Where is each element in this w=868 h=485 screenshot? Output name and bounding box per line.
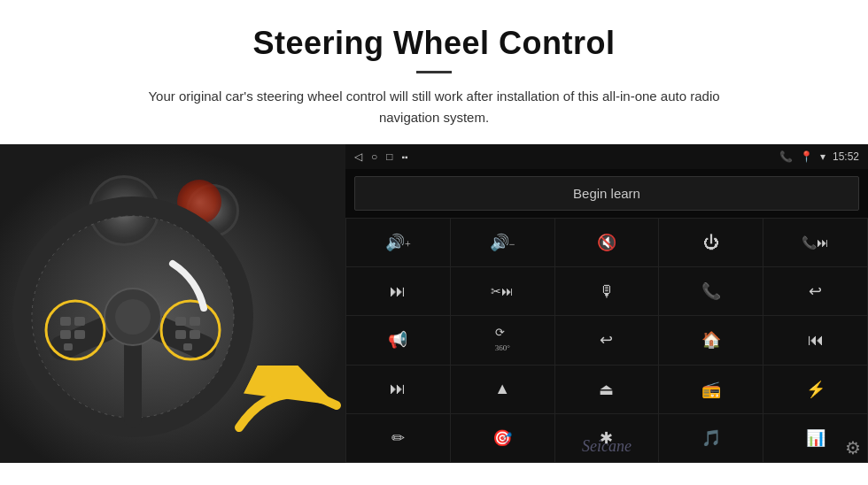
- 360-button[interactable]: ⟳360°: [451, 316, 554, 364]
- edit-button[interactable]: ✏: [346, 414, 450, 462]
- subtitle-text: Your original car's steering wheel contr…: [124, 86, 744, 128]
- power-button[interactable]: ⏻: [659, 219, 763, 266]
- prev-prev-button[interactable]: ⏮: [763, 316, 867, 364]
- next-track-button[interactable]: ⏭: [346, 267, 450, 315]
- mic-icon: 🎙: [599, 282, 615, 301]
- square-icon: □: [386, 150, 392, 164]
- status-bar-right: 📞 📍 ▾ 15:52: [779, 150, 859, 163]
- bluetooth-icon: ✱: [600, 428, 613, 448]
- svg-point-4: [115, 299, 151, 335]
- 360-icon: ⟳360°: [495, 326, 510, 354]
- gear-settings-button[interactable]: ⚙: [845, 437, 861, 458]
- svg-rect-9: [74, 330, 85, 339]
- battery-small-icon: ▪▪: [402, 152, 408, 162]
- vol-down-button[interactable]: 🔊−: [451, 219, 554, 266]
- phone-icon: 📞: [779, 150, 793, 163]
- vol-down-icon: 🔊−: [490, 233, 515, 252]
- edit-icon: ✏: [391, 428, 405, 448]
- skip-next-icon: ⏭: [390, 380, 406, 398]
- svg-rect-6: [60, 317, 71, 326]
- speaker-button[interactable]: 📢: [346, 316, 450, 364]
- svg-rect-13: [190, 317, 200, 326]
- eject-icon: ⏏: [599, 380, 614, 399]
- nav-button[interactable]: ▲: [451, 366, 554, 413]
- radio-icon: 📻: [701, 380, 721, 399]
- back-button[interactable]: ↩: [555, 316, 659, 364]
- svg-rect-12: [175, 317, 186, 326]
- svg-rect-15: [190, 330, 200, 339]
- title-divider: [416, 71, 452, 73]
- controls-grid: 🔊+ 🔊− 🔇 ⏻ 📞⏭ ⏭ ✂⏭: [345, 218, 868, 463]
- power-icon: ⏻: [703, 234, 719, 252]
- phone-skip-icon: 📞⏭: [802, 235, 829, 250]
- location-icon: 📍: [800, 150, 813, 163]
- next-track-icon: ⏭: [390, 282, 406, 301]
- svg-rect-10: [64, 343, 73, 350]
- wifi-icon: ▾: [820, 150, 825, 163]
- eq-icon: ⚡: [806, 380, 825, 399]
- fast-forward-icon: ✂⏭: [491, 284, 514, 299]
- car-image-area: [0, 144, 345, 463]
- target-button[interactable]: 🎯: [451, 414, 554, 462]
- phone-button[interactable]: 📞: [659, 267, 763, 315]
- mic-button[interactable]: 🎙: [555, 267, 659, 315]
- status-time: 15:52: [833, 150, 859, 163]
- vol-up-button[interactable]: 🔊+: [346, 219, 450, 266]
- page-wrapper: Steering Wheel Control Your original car…: [0, 0, 868, 463]
- music-button[interactable]: 🎵: [659, 414, 763, 462]
- head-unit-panel: ◁ ○ □ ▪▪ 📞 📍 ▾ 15:52 Begin learn: [345, 144, 868, 463]
- phone-skip-button[interactable]: 📞⏭: [763, 219, 867, 266]
- speaker-icon: 📢: [388, 330, 407, 350]
- begin-learn-area: Begin learn: [345, 169, 868, 218]
- svg-rect-14: [175, 330, 186, 339]
- arrow-indicator: [221, 366, 345, 445]
- status-bar: ◁ ○ □ ▪▪ 📞 📍 ▾ 15:52: [345, 144, 868, 169]
- eq-button[interactable]: ⚡: [763, 366, 867, 413]
- home-circle-icon: ○: [371, 150, 377, 164]
- hangup-icon: ↩: [809, 281, 822, 301]
- target-icon: 🎯: [492, 428, 512, 448]
- mute-button[interactable]: 🔇: [555, 219, 659, 266]
- radio-button[interactable]: 📻: [659, 366, 763, 413]
- back-icon: ↩: [600, 330, 613, 350]
- svg-rect-8: [60, 330, 71, 339]
- gear-icon: ⚙: [845, 438, 861, 458]
- equalizer-icon: 📊: [806, 428, 825, 448]
- fast-forward-button[interactable]: ✂⏭: [451, 267, 554, 315]
- eject-button[interactable]: ⏏: [555, 366, 659, 413]
- music-icon: 🎵: [701, 428, 721, 448]
- begin-learn-button[interactable]: Begin learn: [354, 176, 859, 211]
- content-area: ◁ ○ □ ▪▪ 📞 📍 ▾ 15:52 Begin learn: [0, 144, 868, 463]
- bluetooth-button[interactable]: ✱: [555, 414, 659, 462]
- home-icon: 🏠: [701, 330, 721, 350]
- nav-icon: ▲: [494, 380, 510, 398]
- steering-wheel-svg: [9, 193, 257, 441]
- vol-up-icon: 🔊+: [385, 233, 411, 252]
- header-section: Steering Wheel Control Your original car…: [0, 0, 868, 144]
- hangup-button[interactable]: ↩: [763, 267, 867, 315]
- skip-next-button[interactable]: ⏭: [346, 366, 450, 413]
- home-button[interactable]: 🏠: [659, 316, 763, 364]
- page-title: Steering Wheel Control: [71, 25, 797, 62]
- status-bar-left: ◁ ○ □ ▪▪: [354, 150, 408, 164]
- back-arrow-icon: ◁: [354, 150, 362, 164]
- svg-rect-16: [183, 343, 192, 350]
- phone-icon: 📞: [701, 281, 721, 301]
- prev-prev-icon: ⏮: [808, 331, 824, 350]
- mute-icon: 🔇: [597, 233, 616, 252]
- svg-rect-7: [74, 317, 85, 326]
